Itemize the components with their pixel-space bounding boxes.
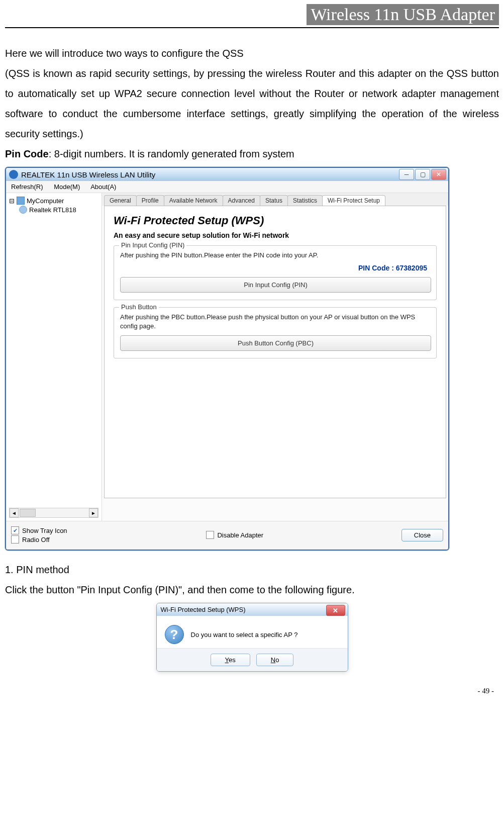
scroll-right-icon[interactable]: ► xyxy=(89,508,98,517)
tree-scrollbar[interactable]: ◄ ► xyxy=(9,508,98,518)
scroll-thumb[interactable] xyxy=(20,509,36,517)
page-number: - 49 - xyxy=(5,687,499,695)
pin-legend: Pin Input Config (PIN) xyxy=(119,241,186,249)
maximize-button[interactable]: ▢ xyxy=(415,169,430,180)
radio-off-checkbox[interactable] xyxy=(11,535,19,543)
device-tree: ⊟ MyComputer Realtek RTL818 ◄ ► xyxy=(6,193,102,521)
pin-code-label: Pin Code xyxy=(5,148,49,159)
pbc-legend: Push Button xyxy=(119,303,159,311)
tree-root[interactable]: ⊟ MyComputer xyxy=(9,196,99,205)
dialog-message: Do you want to select a specific AP ? xyxy=(191,631,298,639)
disable-adapter-checkbox[interactable] xyxy=(206,531,214,539)
wps-dialog: Wi-Fi Protected Setup (WPS) ✕ ? Do you w… xyxy=(156,603,348,672)
dialog-title: Wi-Fi Protected Setup (WPS) xyxy=(161,606,246,613)
tab-wps[interactable]: Wi-Fi Protect Setup xyxy=(322,195,385,206)
tree-child[interactable]: Realtek RTL818 xyxy=(19,205,99,214)
tab-available-network[interactable]: Available Network xyxy=(164,195,223,206)
window-title: REALTEK 11n USB Wireless LAN Utility xyxy=(21,170,155,179)
tab-profile[interactable]: Profile xyxy=(136,195,164,206)
paragraph-3: Pin Code: 8-digit numbers. It is randoml… xyxy=(5,144,499,164)
minimize-button[interactable]: ─ xyxy=(399,169,414,180)
paragraph-1: Here we will introduce two ways to confi… xyxy=(5,43,499,63)
no-underline: N xyxy=(271,656,275,664)
pbc-config-button[interactable]: Push Button Config (PBC) xyxy=(120,335,431,351)
pin-config-button[interactable]: Pin Input Config (PIN) xyxy=(120,277,431,293)
tree-child-label: Realtek RTL818 xyxy=(29,206,76,214)
app-icon xyxy=(9,170,18,179)
tree-expand-icon[interactable]: ⊟ xyxy=(9,197,15,205)
paragraph-2: (QSS is known as rapid security settings… xyxy=(5,63,499,144)
tab-general[interactable]: General xyxy=(104,195,137,206)
yes-button[interactable]: Yes xyxy=(211,654,250,666)
pbc-desc: After pushing the PBC button.Please push… xyxy=(120,313,430,331)
menubar: Refresh(R) Mode(M) About(A) xyxy=(6,181,448,193)
show-tray-label: Show Tray Icon xyxy=(22,527,67,534)
tab-advanced[interactable]: Advanced xyxy=(223,195,260,206)
doc-header: Wireless 11n USB Adapter xyxy=(307,4,499,25)
disable-adapter-label: Disable Adapter xyxy=(217,531,263,539)
menu-refresh[interactable]: Refresh(R) xyxy=(11,183,43,191)
question-icon: ? xyxy=(165,625,184,644)
window-titlebar[interactable]: REALTEK 11n USB Wireless LAN Utility ─ ▢… xyxy=(6,168,448,181)
wps-heading: Wi-Fi Protected Setup (WPS) xyxy=(114,214,437,227)
tree-root-label: MyComputer xyxy=(27,197,64,205)
pbc-groupbox: Push Button After pushing the PBC button… xyxy=(114,307,437,358)
tabbar: General Profile Available Network Advanc… xyxy=(102,193,448,206)
close-button[interactable]: Close xyxy=(401,529,443,541)
pin-groupbox: Pin Input Config (PIN) After pushing the… xyxy=(114,245,437,300)
computer-icon xyxy=(17,197,25,205)
radio-off-label: Radio Off xyxy=(22,536,50,543)
scroll-left-icon[interactable]: ◄ xyxy=(10,508,19,517)
dialog-close-button[interactable]: ✕ xyxy=(326,605,345,616)
yes-underline: Y xyxy=(225,656,229,664)
wps-subtitle: An easy and secure setup solution for Wi… xyxy=(114,231,437,239)
pin-code-value: PIN Code : 67382095 xyxy=(120,264,427,272)
pin-desc: After pushing the PIN button.Please ente… xyxy=(120,251,430,260)
dialog-titlebar[interactable]: Wi-Fi Protected Setup (WPS) ✕ xyxy=(157,603,348,616)
menu-mode[interactable]: Mode(M) xyxy=(54,183,80,191)
list-item-1: 1. PIN method xyxy=(5,560,499,580)
show-tray-checkbox[interactable]: ✔ xyxy=(11,526,19,534)
device-icon xyxy=(19,206,27,214)
tab-status[interactable]: Status xyxy=(260,195,288,206)
tab-statistics[interactable]: Statistics xyxy=(287,195,323,206)
header-rule xyxy=(5,27,499,28)
pin-code-rest: : 8-digit numbers. It is randomly genera… xyxy=(49,148,294,159)
no-rest: o xyxy=(275,656,279,664)
tab-content: Wi-Fi Protected Setup (WPS) An easy and … xyxy=(104,206,446,498)
window-footer: ✔ Show Tray Icon Radio Off Disable Adapt… xyxy=(6,521,448,550)
paragraph-4: Click the button "Pin Input Config (PIN)… xyxy=(5,580,499,600)
utility-window: REALTEK 11n USB Wireless LAN Utility ─ ▢… xyxy=(5,167,449,551)
no-button[interactable]: No xyxy=(256,654,294,666)
window-close-button[interactable]: ✕ xyxy=(431,169,446,180)
yes-rest: es xyxy=(229,656,236,664)
menu-about[interactable]: About(A) xyxy=(90,183,116,191)
